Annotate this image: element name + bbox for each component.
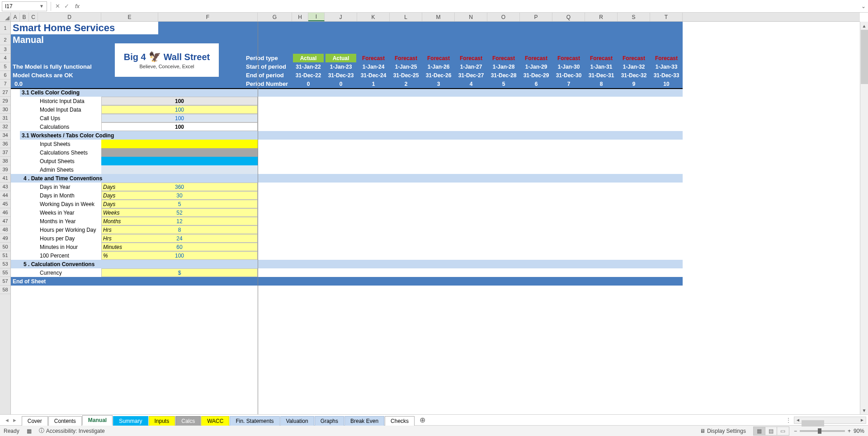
row-header-1[interactable]: 1 <box>0 22 10 34</box>
col-header-J[interactable]: J <box>325 13 357 21</box>
row-header-29[interactable]: 29 <box>0 97 10 105</box>
tab-prev-icon[interactable]: ◄ <box>4 417 10 424</box>
row-header-51[interactable]: 51 <box>0 251 10 260</box>
sheet-tab-calcs[interactable]: Calcs <box>175 416 201 426</box>
row-header-39[interactable]: 39 <box>0 165 10 174</box>
row-header-31[interactable]: 31 <box>0 114 10 122</box>
col-header-D[interactable]: D <box>38 13 101 21</box>
row-header-27[interactable]: 27 <box>0 88 10 97</box>
sheet-tab-break-even[interactable]: Break Even <box>344 416 384 426</box>
vertical-scrollbar[interactable]: ▲ ▼ <box>860 22 868 414</box>
sheet-tab-graphs[interactable]: Graphs <box>315 416 344 426</box>
row-header-5[interactable]: 5 <box>0 62 10 71</box>
row-header-32[interactable]: 32 <box>0 122 10 131</box>
row-header-38[interactable]: 38 <box>0 157 10 165</box>
tab-split-icon[interactable]: ⋮ <box>786 417 791 423</box>
sheet-tab-checks[interactable]: Checks <box>385 416 415 426</box>
tab-nav[interactable]: ◄ ► <box>0 417 22 424</box>
scroll-down-icon[interactable]: ▼ <box>860 406 868 414</box>
sheet-tab-summary[interactable]: Summary <box>113 416 148 426</box>
row-header-2[interactable]: 2 <box>0 34 10 45</box>
scroll-thumb[interactable] <box>861 30 868 84</box>
row-header-58[interactable]: 58 <box>0 286 10 294</box>
row-header-34[interactable]: 34 <box>0 131 10 140</box>
col-header-B[interactable]: B <box>20 13 29 21</box>
spreadsheet-grid[interactable]: ABCDEFGHIJKLMNOPQRST 1234567272930313234… <box>0 13 868 414</box>
row-header-3[interactable]: 3 <box>0 45 10 54</box>
sheet-tab-contents[interactable]: Contents <box>48 416 82 426</box>
select-all-corner[interactable] <box>0 13 11 22</box>
sheet-tab-cover[interactable]: Cover <box>22 416 48 426</box>
hscroll-left-icon[interactable]: ◄ <box>794 417 802 422</box>
fx-icon[interactable]: fx <box>73 2 82 11</box>
col-header-K[interactable]: K <box>357 13 390 21</box>
col-header-O[interactable]: O <box>487 13 520 21</box>
accessibility-status[interactable]: ⓘ Accessibility: Investigate <box>39 427 105 435</box>
row-header-53[interactable]: 53 <box>0 260 10 268</box>
scroll-up-icon[interactable]: ▲ <box>860 22 868 30</box>
add-sheet-icon[interactable]: ⊕ <box>415 416 430 424</box>
formula-input[interactable] <box>82 1 859 11</box>
page-layout-icon[interactable]: ▤ <box>765 427 777 435</box>
period-type-3: Forecast <box>390 54 422 62</box>
name-box[interactable]: I17 ▼ <box>2 1 47 11</box>
row-header-49[interactable]: 49 <box>0 234 10 243</box>
row-header-50[interactable]: 50 <box>0 243 10 251</box>
col-header-F[interactable]: F <box>158 13 258 21</box>
col-header-Q[interactable]: Q <box>552 13 585 21</box>
row-header-30[interactable]: 30 <box>0 105 10 114</box>
col-header-H[interactable]: H <box>292 13 308 21</box>
row-header-36[interactable]: 36 <box>0 140 10 148</box>
horizontal-scrollbar[interactable]: ◄ ► <box>794 417 866 424</box>
row-header-48[interactable]: 48 <box>0 225 10 234</box>
page-break-icon[interactable]: ▭ <box>777 427 789 435</box>
zoom-out-icon[interactable]: − <box>794 428 797 434</box>
row-header-47[interactable]: 47 <box>0 217 10 225</box>
expand-formula-icon[interactable]: ⌄ <box>859 3 868 9</box>
row-header-57[interactable]: 57 <box>0 277 10 286</box>
col-header-L[interactable]: L <box>390 13 422 21</box>
row-header-46[interactable]: 46 <box>0 208 10 217</box>
col-header-N[interactable]: N <box>455 13 487 21</box>
row-header-45[interactable]: 45 <box>0 200 10 208</box>
col-header-R[interactable]: R <box>585 13 618 21</box>
col-header-E[interactable]: E <box>101 13 158 21</box>
hscroll-thumb[interactable] <box>802 420 824 427</box>
sheet-tab-wacc[interactable]: WACC <box>201 416 229 426</box>
row-header-7[interactable]: 7 <box>0 80 10 88</box>
col-header-S[interactable]: S <box>618 13 650 21</box>
tab-next-icon[interactable]: ► <box>11 417 18 424</box>
zoom-in-icon[interactable]: + <box>848 428 851 434</box>
col-header-P[interactable]: P <box>520 13 552 21</box>
col-header-A[interactable]: A <box>11 13 20 21</box>
tab-coding-label: Output Sheets <box>38 157 101 165</box>
normal-view-icon[interactable]: ▦ <box>754 427 765 435</box>
row-headers[interactable]: 1234567272930313234363738394143444546474… <box>0 22 11 414</box>
col-header-T[interactable]: T <box>650 13 683 21</box>
col-header-G[interactable]: G <box>258 13 292 21</box>
row-header-6[interactable]: 6 <box>0 71 10 80</box>
currency-value[interactable]: $ <box>101 268 258 277</box>
sheet-tab-manual[interactable]: Manual <box>82 415 113 426</box>
zoom-slider[interactable] <box>800 430 845 432</box>
column-headers[interactable]: ABCDEFGHIJKLMNOPQRST <box>11 13 860 22</box>
dropdown-icon[interactable]: ▼ <box>39 4 44 9</box>
row-header-4[interactable]: 4 <box>0 54 10 62</box>
row-header-37[interactable]: 37 <box>0 148 10 157</box>
row-header-44[interactable]: 44 <box>0 191 10 200</box>
col-header-C[interactable]: C <box>29 13 38 21</box>
macro-icon[interactable]: ▦ <box>27 428 32 434</box>
cells-area[interactable]: Smart Home ServicesManualBig 4🦅Wall Stre… <box>11 22 683 414</box>
sheet-tab-inputs[interactable]: Inputs <box>149 416 175 426</box>
row-header-55[interactable]: 55 <box>0 268 10 277</box>
zoom-value[interactable]: 90% <box>854 428 864 434</box>
hscroll-right-icon[interactable]: ► <box>859 417 866 422</box>
display-settings[interactable]: 🖥 Display Settings <box>700 428 746 434</box>
col-header-M[interactable]: M <box>422 13 455 21</box>
period-num-9: 8 <box>585 80 618 88</box>
row-header-41[interactable]: 41 <box>0 174 10 183</box>
col-header-I[interactable]: I <box>308 13 325 21</box>
sheet-tab-fin-statements[interactable]: Fin. Statements <box>230 416 279 426</box>
row-header-43[interactable]: 43 <box>0 183 10 191</box>
sheet-tab-valuation[interactable]: Valuation <box>280 416 314 426</box>
